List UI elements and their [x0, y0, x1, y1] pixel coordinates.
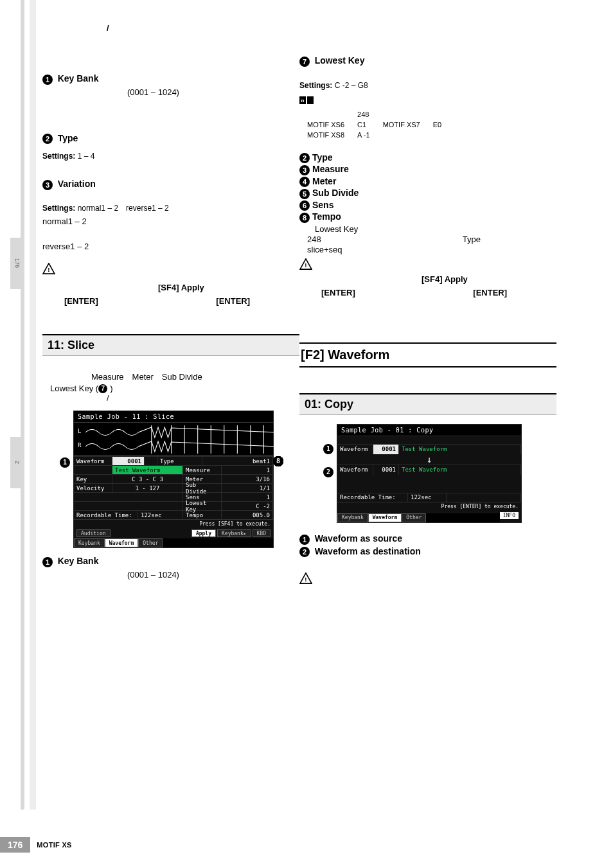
range-key-bank-2: (0001 – 1024): [127, 570, 299, 580]
scr-lowestkey-label: Lowest Key: [183, 502, 222, 510]
scr-measure-value[interactable]: 1: [222, 466, 273, 474]
scr-subdivide-value[interactable]: 1/1: [222, 484, 273, 492]
tab-waveform[interactable]: Waveform: [105, 538, 139, 547]
btn-apply[interactable]: Apply: [191, 529, 216, 537]
scr-waveform-value[interactable]: 0001: [112, 457, 145, 465]
svg-text:!: !: [305, 576, 306, 583]
apply-label-right: [SF4] Apply: [422, 274, 468, 284]
footer-text: MOTIF XS: [37, 841, 71, 849]
note-a1: A -1: [357, 130, 382, 139]
range-key-bank: (0001 – 1024): [127, 87, 299, 97]
tab-other[interactable]: Other: [138, 538, 163, 547]
scr-meter-value[interactable]: 3/16: [222, 475, 273, 483]
scr-rectime-value: 122sec: [138, 511, 183, 519]
badge-r3: 3: [299, 165, 310, 175]
settings-label: Settings:: [42, 152, 75, 161]
copy-rec-value: 122sec: [408, 493, 447, 502]
lk-prefix: Lowest Key (: [50, 384, 98, 393]
settings-variation: Settings: normal1 – 2 reverse1 – 2: [42, 203, 299, 214]
callout-c1: 1: [323, 444, 333, 454]
svg-rect-20: [307, 96, 314, 104]
badge-dst: 2: [299, 547, 310, 557]
scr-key-value[interactable]: C 3 - C 3: [112, 475, 183, 483]
copy-tab-waveform[interactable]: Waveform: [368, 513, 402, 522]
scr-footer-slice: Press [SF4] to execute.: [74, 519, 273, 528]
label-lowest-key: Lowest Key: [315, 55, 365, 66]
header-slash: /: [107, 23, 569, 33]
scr-tempo-label: Tempo: [183, 511, 222, 519]
copy-dst-label: Waveform: [337, 465, 373, 475]
apply-label-left: [SF4] Apply: [158, 283, 204, 292]
footer: 176 MOTIF XS: [0, 837, 72, 853]
scr-waveform-label: Waveform: [74, 457, 112, 465]
section-copy: 01: Copy: [299, 393, 556, 415]
caution-block-left: !: [42, 263, 299, 276]
tab-keybank[interactable]: Keybank: [74, 538, 105, 547]
svg-text:!: !: [305, 261, 306, 269]
badge-r8: 8: [299, 213, 310, 223]
param-type: 2 Type: [42, 133, 299, 145]
side-tab-num-1: 176: [14, 258, 21, 268]
copy-tab-other[interactable]: Other: [402, 513, 426, 522]
param-waveform-dest: 2 Waveform as destination: [299, 546, 556, 558]
scr-sens-value[interactable]: 1: [222, 493, 273, 501]
caution-block-right-2: !: [299, 572, 556, 586]
badge-3: 3: [42, 180, 53, 190]
side-tab-1: 176: [10, 238, 24, 289]
scr-lowestkey-value[interactable]: C -2: [222, 502, 273, 510]
svg-text:!: !: [48, 266, 49, 273]
scr-type-value[interactable]: beat1: [202, 457, 273, 465]
param-row-measure: 3Measure: [299, 164, 556, 175]
arrow-down-icon: ↓: [337, 454, 521, 465]
param-row-subdivide: 5Sub Divide: [299, 188, 556, 199]
sub-type: Type: [463, 235, 481, 244]
info-badge[interactable]: INFO: [500, 512, 519, 519]
param-row-sens: 6Sens: [299, 200, 556, 211]
badge-r5: 5: [299, 189, 310, 199]
caution-icon: !: [42, 263, 55, 276]
callout-1-left: 1: [60, 457, 70, 468]
badge-1b: 1: [42, 557, 53, 567]
copy-src-name: Test Waveform: [399, 445, 521, 454]
copy-tab-keybank[interactable]: Keybank: [337, 513, 368, 522]
scr-measure-label: Measure: [183, 466, 222, 474]
settings-value-lk: C -2 – G8: [335, 81, 368, 90]
copy-rec-label: Recordable Time:: [337, 493, 408, 502]
svg-text:n: n: [301, 98, 305, 103]
badge-r4: 4: [299, 177, 310, 187]
enter-label-left-2: [ENTER]: [216, 296, 250, 306]
btn-kbd[interactable]: KBD: [253, 529, 271, 537]
scr-type-label: Type: [157, 457, 202, 465]
badge-7-inline: 7: [98, 384, 107, 393]
label-dst: Waveform as destination: [315, 546, 421, 556]
settings-label-var: Settings:: [42, 204, 75, 213]
note-248: 248: [357, 110, 382, 119]
badge-r2: 2: [299, 153, 310, 163]
copy-src-num[interactable]: 0001: [373, 445, 399, 454]
variation-line-b: normal1 – 2: [42, 217, 299, 226]
note-c1: C1: [357, 120, 382, 129]
badge-1: 1: [42, 75, 53, 85]
settings-value: 1 – 4: [78, 152, 95, 161]
copy-footer-text: Press [ENTER] to execute.: [441, 504, 519, 509]
label-r-subdivide: Sub Divide: [312, 188, 359, 198]
param-lowest-key: 7 Lowest Key: [299, 55, 556, 67]
label-type: Type: [58, 133, 78, 143]
copy-src-label: Waveform: [337, 445, 373, 454]
scr-velocity-value[interactable]: 1 - 127: [112, 484, 183, 492]
scr-waveform-name: Test Waveform: [112, 466, 183, 474]
param-key-bank-2: 1 Key Bank: [42, 556, 299, 567]
label-key-bank-2: Key Bank: [58, 556, 99, 566]
screenshot-copy: Sample Job - 01 : Copy 1 Waveform 0001 T…: [337, 424, 522, 523]
btn-audition[interactable]: Audition: [76, 529, 111, 537]
slice-lowest-key-line: Lowest Key (7): [50, 384, 299, 394]
scr-tempo-value[interactable]: 005.0: [222, 511, 273, 519]
copy-dst-num[interactable]: 0001: [373, 465, 399, 475]
settings-type: Settings: 1 – 4: [42, 152, 299, 161]
scr-key-label: Key: [74, 475, 112, 483]
wave-label-r: R: [78, 442, 81, 448]
btn-keybank-sf[interactable]: Keybank▸: [217, 529, 251, 537]
page-number: 176: [0, 837, 30, 853]
param-variation: 3 Variation: [42, 179, 299, 190]
badge-7: 7: [299, 57, 310, 67]
